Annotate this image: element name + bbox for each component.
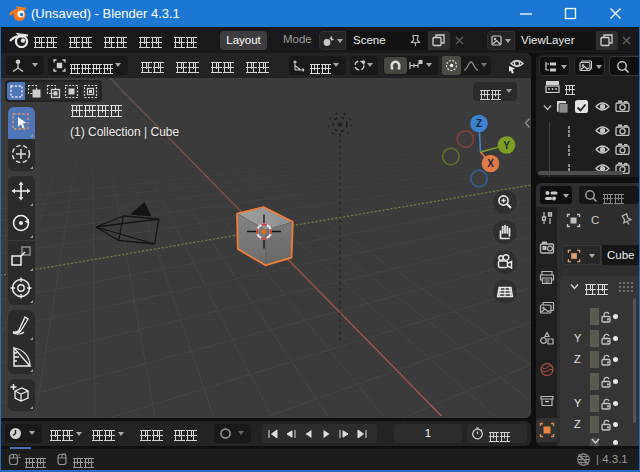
- svg-text:X: X: [487, 158, 494, 169]
- svg-text:Z: Z: [476, 118, 482, 129]
- svg-text:Y: Y: [503, 140, 510, 151]
